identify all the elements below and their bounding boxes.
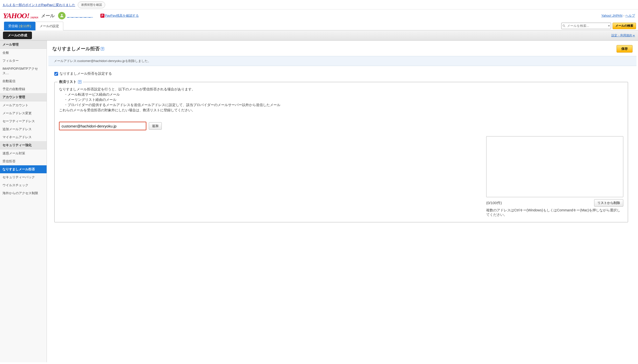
username-link[interactable]: ______ <box>67 14 93 18</box>
sidebar-item-spam[interactable]: 迷惑メール対策 <box>0 150 47 157</box>
chevron-down-icon: ▼ <box>633 34 635 37</box>
user-icon <box>60 14 64 18</box>
main: なりすましメール拒否 ? 保存 メールアドレス:customer@hachido… <box>47 40 638 362</box>
rescue-listbox[interactable] <box>486 136 623 197</box>
sidebar-head-security: セキュリティー強化 <box>0 141 47 150</box>
list-section: (0/100件) リストから削除 複数のアドレスはCtrlキー(Windows)… <box>55 136 628 222</box>
help-link[interactable]: ヘルプ <box>625 14 635 18</box>
header-links: Yahoo! JAPAN - ヘルプ <box>601 14 635 18</box>
sidebar-item-changeaddr[interactable]: メールアドレス変更 <box>0 109 47 117</box>
search-button[interactable]: メールの検索 <box>612 23 636 29</box>
add-row: 追加 <box>55 117 628 136</box>
desc-bullet-1: ・メール転送サービス経由のメール <box>59 92 623 97</box>
product-name: メール <box>41 13 55 19</box>
sidebar: メール管理 全般 フィルター IMAP/POP/SMTPアクセス… 自動返信 予… <box>0 40 47 362</box>
sidebar-item-overseas[interactable]: 海外からのアクセス制限 <box>0 189 47 197</box>
desc-outro: これらのメールを受信拒否の対象外にしたい場合は、救済リストに登録してください。 <box>59 108 623 113</box>
list-foot: (0/100件) リストから削除 <box>486 199 623 207</box>
sidebar-item-account[interactable]: メールアカウント <box>0 101 47 109</box>
tab-inbox-count: (全11件) <box>18 24 31 28</box>
yahoo-japan-link[interactable]: Yahoo! JAPAN <box>601 14 622 18</box>
sidebar-item-block[interactable]: 受信拒否 <box>0 157 47 165</box>
tab-row: 受信箱 (全11件) メールの設定 ▼ メールの検索 <box>0 22 638 30</box>
sidebar-item-spoofing[interactable]: なりすましメール拒否 <box>0 165 47 173</box>
sidebar-item-safetyaddr[interactable]: セーフティーアドレス <box>0 117 47 125</box>
tab-settings[interactable]: メールの設定 <box>35 22 63 30</box>
desc-bullet-3: ・プロバイダーの提供するメールアドレスを送信メールアドレスに設定して、該当プロバ… <box>59 102 623 108</box>
help-icon-rescue[interactable]: ? <box>78 80 82 84</box>
add-button[interactable]: 追加 <box>149 122 162 130</box>
enable-spoofing-label: なりすましメール拒否を設定する <box>60 72 112 76</box>
save-button[interactable]: 保存 <box>616 45 632 52</box>
paypay-section: P PayPay残高を確認する <box>100 14 139 18</box>
form-area: なりすましメール拒否を設定する 救済リスト ? なりすましメール拒否設定を行うと… <box>47 66 638 228</box>
page-title-row: なりすましメール拒否 ? 保存 <box>47 40 638 56</box>
sidebar-item-schedule[interactable]: 予定の自動登録 <box>0 85 47 93</box>
multiselect-hint: 複数のアドレスはCtrlキー(Windows)もしくはCommandキー(Mac… <box>486 208 623 217</box>
tab-inbox-label: 受信箱 <box>8 24 18 28</box>
sidebar-head-mail: メール管理 <box>0 40 47 49</box>
page-title: なりすましメール拒否 <box>52 46 100 52</box>
rescue-list-fieldset: 救済リスト ? なりすましメール拒否設定を行うと、以下のメールが受信拒否される場… <box>54 82 628 222</box>
content: メール管理 全般 フィルター IMAP/POP/SMTPアクセス… 自動返信 予… <box>0 40 638 362</box>
enable-spoofing-row: なりすましメール拒否を設定する <box>54 72 630 76</box>
list-count: (0/100件) <box>486 201 502 206</box>
email-input[interactable] <box>59 122 146 130</box>
avatar[interactable] <box>58 12 66 20</box>
sidebar-item-imap[interactable]: IMAP/POP/SMTPアクセス… <box>0 65 47 77</box>
notice-link[interactable]: もらえる一部のポイントがPayPayに変わりました <box>3 3 75 7</box>
rescue-list-legend: 救済リスト ? <box>58 80 83 84</box>
link-status-button[interactable]: 連携状態を確認 <box>78 2 105 8</box>
yahoo-logo[interactable]: YAHOO! JAPAN <box>3 12 38 20</box>
sidebar-item-virus[interactable]: ウイルスチェック <box>0 181 47 189</box>
logo-text: YAHOO! <box>3 12 29 20</box>
search-box: ▼ メールの検索 <box>561 23 636 29</box>
sidebar-item-addaddr[interactable]: 追加メールアドレス <box>0 125 47 133</box>
tab-inbox[interactable]: 受信箱 (全11件) <box>4 22 35 30</box>
top-notice-bar: もらえる一部のポイントがPayPayに変わりました 連携状態を確認 <box>0 0 638 10</box>
desc-intro: なりすましメール拒否設定を行うと、以下のメールが受信拒否される場合があります。 <box>59 87 623 92</box>
paypay-icon: P <box>100 14 104 18</box>
sidebar-head-account: アカウント管理 <box>0 93 47 101</box>
sidebar-item-filter[interactable]: フィルター <box>0 57 47 65</box>
settings-terms-link[interactable]: 設定・利用規約▼ <box>611 33 635 38</box>
list-right: (0/100件) リストから削除 複数のアドレスはCtrlキー(Windows)… <box>486 136 623 217</box>
help-icon[interactable]: ? <box>101 47 104 50</box>
sidebar-item-secpack[interactable]: セキュリティーパック <box>0 173 47 181</box>
rescue-desc: なりすましメール拒否設定を行うと、以下のメールが受信拒否される場合があります。 … <box>55 87 628 117</box>
sidebar-item-general[interactable]: 全般 <box>0 49 47 57</box>
search-input[interactable] <box>561 23 611 29</box>
desc-bullet-2: ・メーリングリスト経由のメール <box>59 97 623 102</box>
remove-from-list-button[interactable]: リストから削除 <box>594 199 623 207</box>
toolbar: メールの作成 設定・利用規約▼ <box>0 30 638 40</box>
settings-terms-label: 設定・利用規約 <box>611 34 632 37</box>
search-dropdown-caret-icon[interactable]: ▼ <box>608 25 610 27</box>
header-sep: - <box>622 14 625 18</box>
rescue-list-title: 救済リスト <box>59 80 77 84</box>
info-banner: メールアドレス:customer@hachidori-denryoku.jpを削… <box>48 56 636 66</box>
paypay-link[interactable]: PayPay残高を確認する <box>105 14 139 18</box>
compose-button[interactable]: メールの作成 <box>3 32 32 39</box>
header: YAHOO! JAPAN メール ______ P PayPay残高を確認する … <box>0 10 638 22</box>
sidebar-item-autoreply[interactable]: 自動返信 <box>0 77 47 85</box>
enable-spoofing-checkbox[interactable] <box>54 72 58 76</box>
search-icon <box>562 24 566 28</box>
sidebar-item-mynameaddr[interactable]: マイネームアドレス <box>0 133 47 141</box>
logo-subtext: JAPAN <box>30 16 38 19</box>
